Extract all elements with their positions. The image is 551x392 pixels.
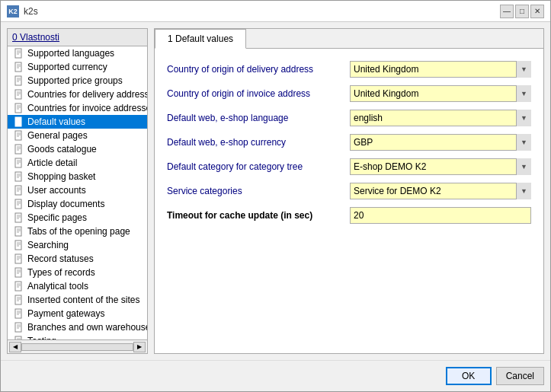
ok-button[interactable]: OK [446,367,492,385]
maximize-button[interactable]: □ [515,5,529,18]
document-icon [14,226,24,237]
text-input-6[interactable] [350,207,531,224]
sidebar-item[interactable]: Default values [8,115,147,129]
document-icon [14,144,24,155]
form-row: Service categoriesService for DEMO K2▼ [167,183,531,199]
svg-rect-12 [15,90,21,99]
sidebar-item-label: Shopping basket [27,171,95,182]
sidebar-item[interactable]: Inserted content of the sites [8,293,147,307]
footer: OK Cancel [1,360,550,391]
sidebar-item-label: Countries for delivery address [27,89,147,100]
sidebar-item-label: Payment gateways [27,308,104,319]
form-control: GBP▼ [350,134,531,151]
sidebar-item[interactable]: Countries for invoice addresse [8,101,147,115]
window-title: k2s [24,6,38,17]
tab-content: Country of origin of delivery addressUni… [155,49,543,353]
svg-rect-44 [15,199,21,209]
scrollbar-track [21,343,133,351]
document-icon [14,116,24,127]
minimize-button[interactable]: — [500,5,514,18]
sidebar-item[interactable]: Countries for delivery address [8,88,147,101]
dropdown-2[interactable]: english [350,110,531,126]
document-icon [14,75,24,86]
document-icon [14,240,24,250]
svg-rect-80 [15,323,21,332]
scroll-left-button[interactable]: ◀ [9,342,21,352]
sidebar-item[interactable]: Shopping basket [8,170,147,183]
sidebar-item[interactable]: Goods catalogue [8,142,147,156]
svg-rect-64 [15,268,21,277]
sidebar-header[interactable]: 0 Vlastnosti [8,29,147,46]
document-icon [14,199,24,209]
sidebar-item-label: Searching [27,240,69,250]
document-icon [14,322,24,333]
sidebar-item[interactable]: Display documents [8,197,147,211]
dropdown-1[interactable]: United Kingdom [350,85,531,102]
dropdown-3[interactable]: GBP [350,134,531,151]
sidebar-item[interactable]: Types of records [8,266,147,279]
document-icon [14,253,24,264]
sidebar-item[interactable]: Testing [8,334,147,339]
form-control: United Kingdom▼ [350,61,531,78]
sidebar-item[interactable]: Branches and own warehouses [8,320,147,334]
sidebar-item-label: Countries for invoice addresse [27,103,147,113]
tab-default-values[interactable]: 1 Default values [155,29,246,49]
form-label: Service categories [167,186,350,196]
dropdown-5[interactable]: Service for DEMO K2 [350,183,531,199]
sidebar-item-label: Supported languages [27,48,114,59]
sidebar-item[interactable]: Article detail [8,156,147,170]
cancel-button[interactable]: Cancel [496,367,544,385]
svg-rect-24 [15,131,21,140]
form-row: Country of origin of delivery addressUni… [167,61,531,78]
document-icon [14,185,24,196]
sidebar-item-label: Specific pages [27,212,87,223]
sidebar-list: Supported languages Supported currency S… [8,46,147,339]
form-control: english▼ [350,110,531,126]
sidebar: 0 Vlastnosti Supported languages Support… [7,28,148,354]
sidebar-item[interactable]: Tabs of the opening page [8,225,147,238]
sidebar-item-label: Goods catalogue [27,144,97,155]
sidebar-item[interactable]: Payment gateways [8,307,147,320]
sidebar-item[interactable]: Record statuses [8,252,147,266]
close-button[interactable]: ✕ [530,5,544,18]
sidebar-item[interactable]: General pages [8,129,147,142]
sidebar-item[interactable]: Specific pages [8,211,147,225]
form-row: Timeout for cache update (in sec) [167,207,531,224]
document-icon [14,103,24,113]
svg-rect-16 [15,104,21,113]
sidebar-item[interactable]: Supported currency [8,60,147,74]
document-icon [14,281,24,292]
document-icon [14,48,24,59]
sidebar-item[interactable]: User accounts [8,183,147,197]
form-label: Default web, e-shop language [167,113,350,123]
dropdown-wrapper: english▼ [350,110,531,126]
form-label: Country of origin of delivery address [167,64,350,75]
sidebar-item[interactable]: Analytical tools [8,279,147,293]
sidebar-item-label: Display documents [27,199,104,209]
svg-rect-36 [15,172,21,181]
sidebar-item-label: Default values [27,116,85,127]
tabs-bar: 1 Default values [155,29,543,49]
document-icon [14,62,24,72]
sidebar-item-label: Types of records [27,267,95,278]
form-row: Default web, e-shop languageenglish▼ [167,110,531,126]
sidebar-item-label: Supported price groups [27,75,123,86]
form-control [350,207,531,224]
document-icon [14,212,24,223]
dropdown-0[interactable]: United Kingdom [350,61,531,78]
svg-rect-52 [15,227,21,236]
svg-rect-72 [15,295,21,304]
sidebar-item-label: Analytical tools [27,281,88,292]
dropdown-4[interactable]: E-shop DEMO K2 [350,158,531,175]
form-control: United Kingdom▼ [350,85,531,102]
sidebar-item[interactable]: Supported price groups [8,74,147,88]
sidebar-item-label: Article detail [27,158,77,168]
svg-rect-28 [15,145,21,154]
sidebar-item[interactable]: Searching [8,238,147,252]
document-icon [14,308,24,319]
scroll-right-button[interactable]: ▶ [133,342,146,352]
window-controls: — □ ✕ [500,5,544,18]
dropdown-wrapper: Service for DEMO K2▼ [350,183,531,199]
sidebar-item-label: Inserted content of the sites [27,295,139,305]
sidebar-item[interactable]: Supported languages [8,46,147,60]
